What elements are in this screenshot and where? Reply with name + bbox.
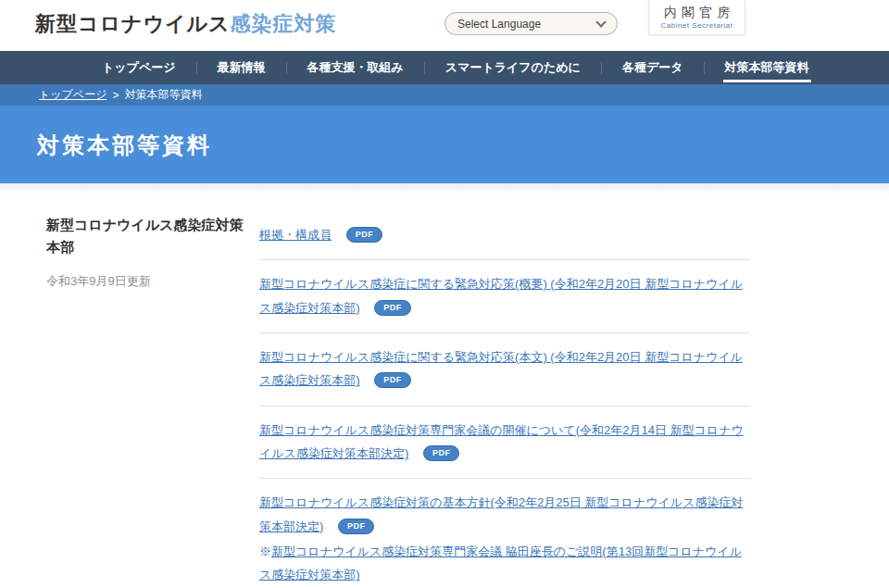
main-nav: トップページ 最新情報 各種支援・取組み スマートライフのために 各種データ 対… [0,51,889,84]
document-list: 根拠・構成員 PDF 新型コロナウイルス感染症に関する緊急対応策(概要) (令和… [259,214,750,588]
page-title-banner: 対策本部等資料 [0,106,889,183]
document-link[interactable]: 新型コロナウイルス感染症対策の基本方針(令和2年2月25日 新型コロナウイルス感… [259,495,743,532]
site-header: 新型コロナウイルス感染症対策 Select Language 内閣官房 Cabi… [0,0,889,51]
breadcrumb-home-link[interactable]: トップページ [39,87,106,103]
document-link[interactable]: 新型コロナウイルス感染症対策専門家会議の開催について(令和2年2月14日 新型コ… [259,423,744,460]
list-item: 新型コロナウイルス感染症に関する緊急対応策(本文) (令和2年2月20日 新型コ… [259,333,750,407]
note-prefix: ※ [259,544,271,558]
nav-divider [196,62,197,74]
list-item: 新型コロナウイルス感染症に関する緊急対応策(概要) (令和2年2月20日 新型コ… [259,260,750,333]
page-title: 対策本部等資料 [0,106,889,160]
breadcrumb-current: 対策本部等資料 [124,87,202,103]
language-select[interactable]: Select Language [444,12,618,35]
pdf-badge: PDF [374,300,411,316]
site-title: 新型コロナウイルス感染症対策 [35,10,337,38]
pdf-badge: PDF [423,445,460,461]
nav-item-latest-info[interactable]: 最新情報 [218,51,266,84]
list-item: 根拠・構成員 PDF [259,214,750,260]
nav-divider [704,62,705,74]
nav-item-taskforce-materials[interactable]: 対策本部等資料 [725,51,809,84]
section-heading: 新型コロナウイルス感染症対策本部 [46,214,248,258]
nav-item-smart-life[interactable]: スマートライフのために [445,51,581,84]
main-content: 新型コロナウイルス感染症対策本部 令和3年9月9日更新 根拠・構成員 PDF 新… [0,183,889,588]
section-sidebar: 新型コロナウイルス感染症対策本部 令和3年9月9日更新 [46,214,248,290]
nav-item-top-page[interactable]: トップページ [102,51,176,84]
breadcrumb-separator: > [112,89,119,102]
list-item: 新型コロナウイルス感染症対策専門家会議の開催について(令和2年2月14日 新型コ… [259,407,750,480]
site-title-main: 新型コロナウイルス [35,12,231,35]
list-item-note: ※新型コロナウイルス感染症対策専門家会議 脇田座長のご説明(第13回新型コロナウ… [259,540,750,587]
pdf-badge: PDF [374,372,411,388]
site-title-accent: 感染症対策 [231,12,337,35]
updated-date: 令和3年9月9日更新 [46,273,248,290]
nav-divider [286,62,287,74]
nav-divider [424,62,425,74]
language-select-label: Select Language [457,18,541,31]
nav-divider [601,62,602,74]
list-item: 新型コロナウイルス感染症対策の基本方針(令和2年2月25日 新型コロナウイルス感… [259,479,750,588]
chevron-down-icon [595,17,606,27]
cabinet-logo-english: Cabinet Secretariat [649,21,745,30]
nav-item-data[interactable]: 各種データ [622,51,683,84]
breadcrumb: トップページ > 対策本部等資料 [0,84,889,106]
document-link[interactable]: 新型コロナウイルス感染症に関する緊急対応策(概要) (令和2年2月20日 新型コ… [259,277,743,314]
nav-item-support[interactable]: 各種支援・取組み [307,51,404,84]
document-link[interactable]: 根拠・構成員 [259,228,332,242]
pdf-badge: PDF [338,519,375,534]
cabinet-logo-japanese: 内閣官房 [649,5,745,21]
pdf-badge: PDF [346,227,383,243]
document-link[interactable]: 新型コロナウイルス感染症に関する緊急対応策(本文) (令和2年2月20日 新型コ… [259,350,743,387]
cabinet-secretariat-logo[interactable]: 内閣官房 Cabinet Secretariat [648,0,745,35]
document-link[interactable]: 新型コロナウイルス感染症対策専門家会議 脇田座長のご説明(第13回新型コロナウイ… [259,544,742,582]
